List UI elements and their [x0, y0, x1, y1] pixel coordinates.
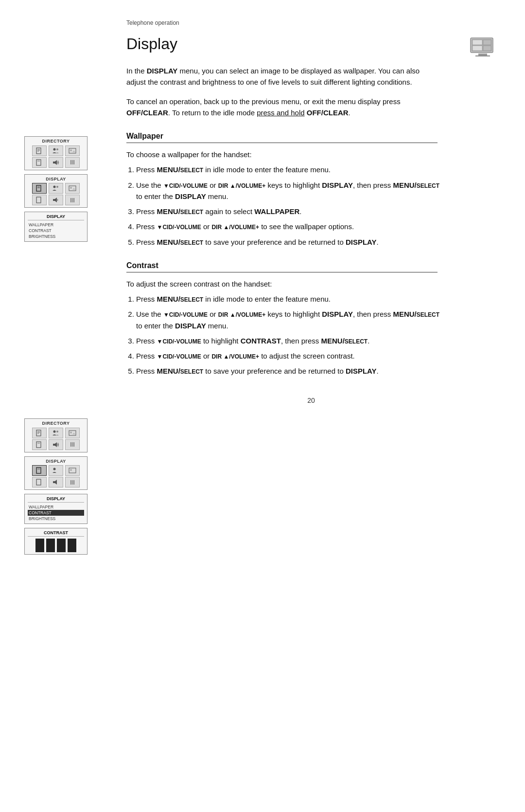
main-content: Display In the DISPLAY menu, you can sel… — [126, 35, 496, 404]
svg-rect-40 — [478, 54, 487, 55]
svg-rect-42 — [483, 40, 491, 45]
phone-icon-speaker4 — [49, 477, 63, 487]
contrast-step-1: Press MENU/SELECT in idle mode to enter … — [136, 293, 440, 305]
svg-marker-37 — [53, 480, 57, 485]
page-container: Telephone operation Display In the DISPL… — [0, 0, 525, 433]
svg-rect-36 — [36, 479, 41, 485]
contrast-heading: Contrast — [126, 261, 438, 272]
contrast-step-5: Press MENU/SELECT to save your preferenc… — [136, 365, 440, 377]
menu-item-contrast-bottom: CONTRAST — [28, 510, 84, 516]
phone-icon-people4 — [49, 465, 63, 476]
wallpaper-steps: Press MENU/SELECT in idle mode to enter … — [136, 164, 440, 248]
contrast-step-3: Press ▼CID/-VOLUME to highlight CONTRAST… — [136, 335, 440, 346]
contrast-bar-2 — [46, 539, 55, 552]
page-title: Display — [126, 35, 177, 53]
sidebar-bottom: DIRECTORY |||| DISPLAY — [24, 418, 92, 555]
phone-icon-speaker3 — [49, 439, 63, 450]
phone-icon-doc4 — [32, 465, 47, 476]
svg-point-33 — [53, 468, 56, 470]
phone-icon-pics4 — [65, 465, 80, 476]
icons-row-7 — [27, 465, 85, 476]
intro-paragraph-2: To cancel an operation, back up to the p… — [126, 96, 438, 119]
contrast-step-4: Press ▼CID/-VOLUME or DIR ▲/VOLUME+ to a… — [136, 350, 440, 361]
contrast-steps: Press MENU/SELECT in idle mode to enter … — [136, 293, 440, 377]
svg-rect-44 — [472, 46, 482, 51]
contrast-bars-display — [28, 539, 84, 552]
wallpaper-intro: To choose a wallpaper for the handset: — [126, 149, 438, 160]
wallpaper-step-2: Use the ▼CID/-VOLUME or DIR ▲/VOLUME+ ke… — [136, 180, 440, 202]
icons-row-6: |||| — [27, 439, 85, 450]
breadcrumb: Telephone operation — [126, 19, 496, 26]
phone-screen-contrast: CONTRAST — [24, 528, 88, 555]
contrast-step-2: Use the ▼CID/-VOLUME or DIR ▲/VOLUME+ ke… — [136, 308, 440, 331]
wallpaper-step-4: Press ▼CID/-VOLUME or DIR ▲/VOLUME+ to s… — [136, 221, 440, 232]
page-number: 20 — [126, 397, 496, 404]
svg-rect-31 — [36, 468, 41, 473]
contrast-bar-4 — [68, 539, 76, 552]
svg-marker-30 — [53, 442, 57, 447]
wallpaper-step-1: Press MENU/SELECT in idle mode to enter … — [136, 164, 440, 175]
phone-icon-signal3: |||| — [65, 439, 80, 450]
contrast-bar-3 — [57, 539, 66, 552]
icons-row-8: |||| — [27, 477, 85, 487]
phone-icon-note3 — [32, 439, 47, 450]
svg-rect-41 — [475, 55, 490, 56]
page-title-row: Display — [126, 35, 496, 56]
wallpaper-step-5: Press MENU/SELECT to save your preferenc… — [136, 236, 440, 248]
contrast-screen-label: CONTRAST — [28, 530, 84, 537]
svg-rect-34 — [69, 468, 76, 473]
phone-icon-signal4: |||| — [65, 477, 80, 487]
menu-item-brightness-bottom: BRIGHTNESS — [28, 516, 84, 522]
contrast-bar-1 — [35, 539, 44, 552]
menu-label-display2: DISPLAY — [28, 496, 84, 503]
intro-paragraph-1: In the DISPLAY menu, you can select an i… — [126, 65, 438, 88]
wallpaper-step-3: Press MENU/SELECT again to select WALLPA… — [136, 206, 440, 217]
contrast-intro: To adjust the screen contrast on the han… — [126, 278, 438, 289]
screen-label-display-bottom: DISPLAY — [27, 459, 85, 465]
phone-screen-display-bottom: DISPLAY |||| — [24, 456, 88, 490]
svg-rect-43 — [472, 40, 482, 45]
svg-rect-28 — [36, 442, 41, 448]
svg-point-35 — [70, 469, 72, 471]
wallpaper-heading: Wallpaper — [126, 132, 438, 143]
display-icon — [470, 37, 496, 56]
phone-screen-menu-bottom: DISPLAY WALLPAPER CONTRAST BRIGHTNESS — [24, 494, 88, 524]
phone-icon-note4 — [32, 477, 47, 487]
svg-rect-45 — [483, 46, 491, 51]
menu-item-wallpaper-bottom: WALLPAPER — [28, 504, 84, 510]
